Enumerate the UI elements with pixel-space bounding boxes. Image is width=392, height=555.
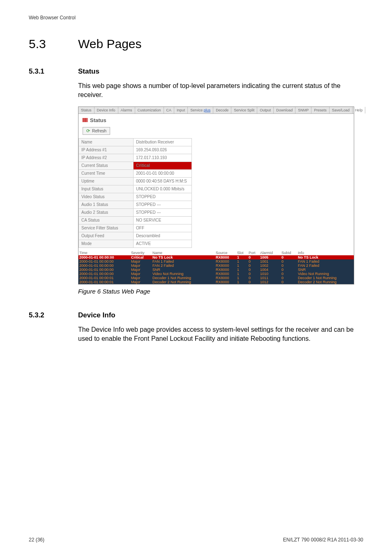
alarm-cell: 0 <box>248 264 259 268</box>
alarm-cell: 2000-01-01 00:00:01 <box>78 280 130 284</box>
tab-item[interactable]: Customization <box>135 107 164 113</box>
alarm-cell: 0 <box>248 268 259 272</box>
alarm-cell: No TS Lock <box>152 255 215 259</box>
alarm-cell: 0 <box>281 280 297 284</box>
alarm-cell: 1012 <box>259 280 281 284</box>
alarm-cell: 0 <box>248 272 259 276</box>
alarm-cell: Video Not Running <box>297 272 354 276</box>
status-key: Current Time <box>79 169 134 177</box>
alarm-cell: Major <box>130 264 152 268</box>
status-value: NO SERVICE <box>134 216 192 224</box>
alarm-cell: 0 <box>248 259 259 264</box>
alarm-cell: FAN 1 Failed <box>297 259 354 264</box>
subsection-body: The Device Info web page provides access… <box>78 325 363 344</box>
status-key: CA Status <box>79 216 134 224</box>
alarm-cell: Decoder 2 Not Running <box>152 280 215 284</box>
alarm-cell: 1002 <box>259 264 281 268</box>
tab-item[interactable]: Help <box>353 107 366 113</box>
tab-item[interactable]: Alarms <box>118 107 135 113</box>
refresh-button[interactable]: ⟳ Refresh <box>83 127 110 135</box>
alarm-cell: Decoder 2 Not Running <box>297 280 354 284</box>
tab-item[interactable]: Decode <box>213 107 231 113</box>
status-value: 2001-01-01 00:00:00 <box>134 169 192 177</box>
alarm-header-cell: Severity <box>130 251 152 255</box>
alarm-cell: 0 <box>281 255 297 259</box>
tab-item[interactable]: Save/Load <box>330 107 353 113</box>
tab-item[interactable]: Status <box>78 107 95 113</box>
tab-item[interactable]: Presets <box>311 107 330 113</box>
subsection-title: Status <box>78 67 99 76</box>
section-number: 5.3 <box>29 37 78 51</box>
alarm-cell: 2000-01-01 00:00:01 <box>78 276 130 280</box>
subsection-number: 5.3.1 <box>29 67 78 76</box>
alarm-row: 2000-01-01 00:00:00MajorFAN 2 FailedRX80… <box>78 264 354 268</box>
alarm-cell: 1 <box>236 276 248 280</box>
alarm-cell: SNR <box>297 268 354 272</box>
alarm-cell: 2000-01-01 00:00:00 <box>78 264 130 268</box>
alarm-cell: 0 <box>281 264 297 268</box>
tab-item[interactable]: CA <box>164 107 175 113</box>
tab-item[interactable]: Download <box>274 107 295 113</box>
status-key: Audio 1 Status <box>79 201 134 208</box>
alarm-cell: 1001 <box>259 259 281 264</box>
status-value: 172.017.110.193 <box>134 154 192 162</box>
alarm-cell: 0 <box>281 259 297 264</box>
tab-item[interactable]: Output <box>257 107 274 113</box>
status-key: Video Status <box>79 193 134 201</box>
status-value: 0000 00:40:58 DAYS H:M:S <box>134 177 192 185</box>
alarm-cell: 0 <box>281 272 297 276</box>
alarm-header-cell: SubId <box>281 251 297 255</box>
refresh-label: Refresh <box>92 129 106 133</box>
alarm-cell: 2000-01-01 00:00:00 <box>78 255 130 259</box>
status-key: Name <box>79 138 134 146</box>
status-key: Audio 2 Status <box>79 208 134 216</box>
status-key: Mode <box>79 240 134 247</box>
alarm-cell: 1 <box>236 268 248 272</box>
footer-right: EN/LZT 790 0008/2 R1A 2011-03-30 <box>283 537 363 543</box>
alarm-row: 2000-01-01 00:00:00MajorVideo Not Runnin… <box>78 272 354 276</box>
alarm-cell: 1 <box>236 272 248 276</box>
status-value: UNLOCKED 0.000 Mbits/s <box>134 185 192 193</box>
alarm-cell: 1 <box>236 280 248 284</box>
alarm-cell: 2000-01-01 00:00:00 <box>78 259 130 264</box>
subsection-body: This web page shows a number of top-leve… <box>78 81 363 100</box>
alarm-cell: Major <box>130 280 152 284</box>
status-table: NameDistribution ReceiverIP Address #116… <box>78 138 192 248</box>
alarm-cell: No TS Lock <box>297 255 354 259</box>
tab-item[interactable]: Service Split <box>231 107 257 113</box>
alarm-cell: RX8000 <box>215 255 236 259</box>
status-value: ACTIVE <box>134 240 192 247</box>
alarm-cell: Video Not Running <box>152 272 215 276</box>
tab-item[interactable]: Service plus <box>188 107 213 113</box>
subsection-title: Device Info <box>78 311 115 319</box>
alarm-header-cell: Time <box>78 251 130 255</box>
tab-item[interactable]: Input <box>174 107 188 113</box>
alarm-cell: FAN 2 Failed <box>152 264 215 268</box>
status-value: Descrambled <box>134 232 192 240</box>
alarm-row: 2000-01-01 00:00:01MajorDecoder 1 Not Ru… <box>78 276 354 280</box>
alarm-cell: Decoder 1 Not Running <box>297 276 354 280</box>
alarm-cell: RX8000 <box>215 272 236 276</box>
alarm-row: 2000-01-01 00:00:00MajorFAN 1 FailedRX80… <box>78 259 354 264</box>
alarm-table: TimeSeverityNameSourceSlotPortAlarmIdSub… <box>78 250 354 284</box>
status-value: STOPPED <box>134 193 192 201</box>
alarm-cell: Major <box>130 272 152 276</box>
alarm-cell: 1010 <box>259 272 281 276</box>
tab-item[interactable]: Device Info <box>95 107 118 113</box>
status-key: Service Filter Status <box>79 224 134 232</box>
alarm-header-cell: Name <box>152 251 215 255</box>
status-screenshot: StatusDevice InfoAlarmsCustomizationCAIn… <box>78 106 354 284</box>
alarm-row: 2000-01-01 00:00:01MajorDecoder 2 Not Ru… <box>78 280 354 284</box>
alarm-row: 2000-01-01 00:00:00CriticalNo TS LockRX8… <box>78 255 354 259</box>
alarm-header-cell: AlarmId <box>259 251 281 255</box>
status-key: Output Feed <box>79 232 134 240</box>
tab-item[interactable]: SNMP <box>295 107 311 113</box>
alarm-cell: 1011 <box>259 276 281 280</box>
status-value: Critical <box>134 162 192 169</box>
panel-title: Status <box>90 117 106 123</box>
service-plus-link[interactable]: plus <box>204 108 211 112</box>
alarm-cell: Major <box>130 259 152 264</box>
status-key: Uptime <box>79 177 134 185</box>
page-number: 22 (36) <box>29 537 44 543</box>
status-value: STOPPED --- <box>134 201 192 208</box>
